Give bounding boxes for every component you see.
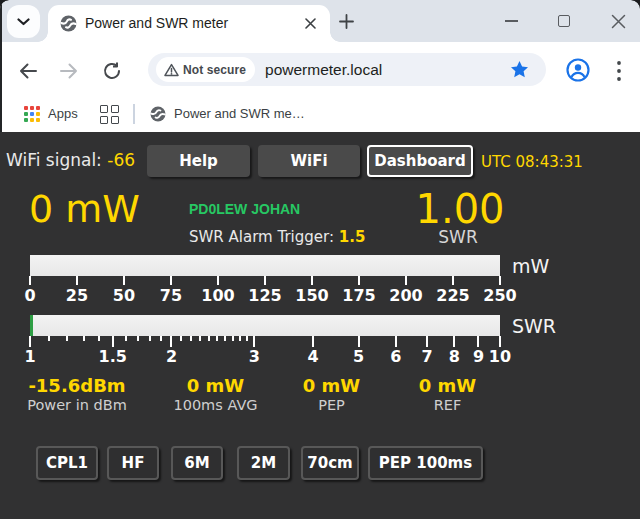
browser-toolbar: Not secure powermeter.local xyxy=(0,42,640,96)
swr-alarm-label: SWR Alarm Trigger: xyxy=(189,228,334,246)
meter-tick-label: 175 xyxy=(342,286,375,305)
swr-alarm: SWR Alarm Trigger: 1.5 xyxy=(189,228,365,246)
meter-major-tick xyxy=(112,336,114,347)
meter-tick-label: 2 xyxy=(166,347,177,366)
active-tab[interactable]: Power and SWR meter xyxy=(48,5,330,42)
nav-button-wifi[interactable]: WiFi xyxy=(258,145,360,177)
meter-tick-label: 0 xyxy=(24,286,35,305)
meter-minor-tick xyxy=(98,336,100,341)
meter-major-tick xyxy=(453,336,455,347)
meter-minor-tick xyxy=(125,336,127,341)
meter-major-tick xyxy=(311,276,313,285)
band-button-2m[interactable]: 2M xyxy=(237,446,290,480)
meter-major-tick xyxy=(477,336,479,347)
security-chip-label: Not secure xyxy=(183,63,246,77)
star-filled-icon[interactable] xyxy=(510,60,529,79)
meter-minor-tick xyxy=(224,336,226,341)
page-content: WiFi signal: -66 HelpWiFiDashboard UTC 0… xyxy=(0,132,640,519)
meter-tick-label: 100 xyxy=(201,286,234,305)
band-button-70cm[interactable]: 70cm xyxy=(301,446,359,480)
meter-major-tick xyxy=(452,276,454,285)
globe-icon xyxy=(150,106,166,122)
meter-tick-label: 5 xyxy=(353,347,364,366)
meter-minor-tick xyxy=(239,336,241,341)
readout-value: -15.6dBm xyxy=(27,375,127,396)
readout-power-in-dbm: -15.6dBmPower in dBm xyxy=(27,375,127,413)
meter-tick-label: 10 xyxy=(489,347,511,366)
band-button-hf[interactable]: HF xyxy=(107,446,159,480)
close-icon xyxy=(305,18,316,29)
readout-value: 0 mW xyxy=(419,375,476,396)
meter-tick-label: 25 xyxy=(66,286,88,305)
squares-icon[interactable] xyxy=(100,105,119,124)
menu-icon[interactable] xyxy=(617,60,621,82)
meter-major-tick xyxy=(29,336,31,347)
meter-major-tick xyxy=(170,336,172,347)
window-close-button[interactable] xyxy=(611,14,626,29)
readout-label: REF xyxy=(419,397,476,413)
security-chip[interactable]: Not secure xyxy=(156,57,255,82)
readout-label: PEP xyxy=(303,397,360,413)
readout-label: 100ms AVG xyxy=(173,397,257,413)
plus-icon xyxy=(339,14,354,29)
meter-tick-label: 225 xyxy=(436,286,469,305)
meter-minor-tick xyxy=(246,336,248,341)
readout-value: 0 mW xyxy=(173,375,257,396)
meter-minor-tick xyxy=(149,336,151,341)
meter-minor-tick xyxy=(208,336,210,341)
nav-button-help[interactable]: Help xyxy=(147,145,250,177)
meter-minor-tick xyxy=(216,336,218,341)
tab-close-button[interactable] xyxy=(302,15,319,32)
reload-icon[interactable] xyxy=(102,61,122,81)
band-button-cpl1[interactable]: CPL1 xyxy=(36,446,98,480)
apps-label[interactable]: Apps xyxy=(48,96,78,132)
meter-minor-tick xyxy=(66,336,68,341)
browser-window: Power and SWR meter Not secure xyxy=(0,0,640,519)
meter-minor-tick xyxy=(160,336,162,341)
meter-tick-label: 150 xyxy=(295,286,328,305)
address-bar[interactable]: Not secure powermeter.local xyxy=(148,53,546,86)
wifi-signal-label: WiFi signal: xyxy=(6,150,102,170)
profile-icon[interactable] xyxy=(566,58,590,82)
meter-major-tick xyxy=(499,276,501,285)
meter-minor-tick xyxy=(137,336,139,341)
nav-button-dashboard[interactable]: Dashboard xyxy=(367,145,473,177)
swr-value: 1.00 xyxy=(415,186,505,232)
warning-triangle-icon xyxy=(164,63,179,77)
apps-grid-icon[interactable] xyxy=(24,106,40,122)
wifi-signal: WiFi signal: -66 xyxy=(6,150,135,170)
meter-major-tick xyxy=(312,336,314,347)
meter-major-tick xyxy=(358,276,360,285)
meter-tick-label: 125 xyxy=(248,286,281,305)
meter-major-tick xyxy=(170,276,172,285)
meter-major-tick xyxy=(499,336,501,347)
meter-minor-tick xyxy=(232,336,234,341)
tab-search-button[interactable] xyxy=(7,5,40,38)
bookmark-item[interactable]: Power and SWR me… xyxy=(174,96,305,132)
tab-flare-right xyxy=(330,32,340,42)
readout-value: 0 mW xyxy=(303,375,360,396)
window-minimize-button[interactable] xyxy=(505,20,518,22)
meter-tick-label: 7 xyxy=(422,347,433,366)
utc-clock: UTC 08:43:31 xyxy=(481,153,583,171)
url-text[interactable]: powermeter.local xyxy=(265,61,382,79)
new-tab-button[interactable] xyxy=(336,11,356,31)
readout-ref: 0 mWREF xyxy=(419,375,476,413)
meter-major-tick xyxy=(264,276,266,285)
meter-bar-mw xyxy=(30,255,500,276)
meter-major-tick xyxy=(395,336,397,347)
meter-major-tick xyxy=(123,276,125,285)
bookmarks-separator xyxy=(133,104,135,124)
readout-label: Power in dBm xyxy=(27,397,127,413)
meter-tick-label: 250 xyxy=(483,286,516,305)
band-button-pep-100ms[interactable]: PEP 100ms xyxy=(368,446,483,480)
forward-icon[interactable] xyxy=(59,61,79,81)
back-icon[interactable] xyxy=(18,61,38,81)
tab-strip: Power and SWR meter xyxy=(0,0,640,42)
power-value: 0 mW xyxy=(29,187,140,231)
band-button-6m[interactable]: 6M xyxy=(171,446,223,480)
window-maximize-button[interactable] xyxy=(558,15,570,27)
meter-tick-label: 200 xyxy=(389,286,422,305)
meter-tick-label: 1 xyxy=(24,347,35,366)
callsign: PD0LEW JOHAN xyxy=(189,201,300,217)
